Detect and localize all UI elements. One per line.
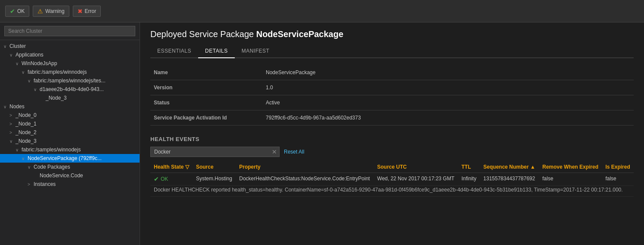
health-remove-cell: false [539, 173, 602, 186]
health-ok-icon: ✔ [154, 176, 159, 182]
health-filter-row: ✕ Reset All [150, 147, 634, 157]
tree-arrow: > [9, 113, 16, 118]
sidebar: ∨Cluster∨Applications∨WinNodeJsApp∨fabri… [0, 22, 140, 245]
tree-item-d1aeee2b[interactable]: ∨d1aeee2b-4d4b-4de0-943... [0, 85, 140, 94]
tree-item-nodeservice-code[interactable]: NodeService.Code [0, 171, 140, 180]
health-seq-cell: 131557834437787692 [480, 173, 539, 186]
search-input[interactable] [4, 26, 135, 36]
info-label: Status [150, 95, 262, 110]
page-title-prefix: Deployed Service Package [150, 29, 254, 39]
tree-label: d1aeee2b-4d4b-4de0-943... [40, 86, 140, 92]
health-col-is-expired: Is Expired [602, 161, 634, 173]
ok-icon: ✔ [10, 8, 15, 15]
warning-button[interactable]: ⚠ Warning [33, 6, 69, 17]
ok-button[interactable]: ✔ OK [5, 6, 29, 17]
tree-arrow: ∨ [3, 104, 9, 109]
info-row: Service Package Activation Id792ff9c6-d5… [150, 110, 634, 126]
tree-arrow: > [9, 130, 16, 135]
tree-item-applications[interactable]: ∨Applications [0, 50, 140, 59]
filter-clear-icon[interactable]: ✕ [272, 148, 277, 155]
tree-label: WinNodeJsApp [22, 60, 140, 66]
tree-label: NodeService.Code [40, 173, 140, 179]
tree-item-fabric-node3[interactable]: ∨fabric:/samples/winnodejs [0, 145, 140, 154]
ok-label: OK [17, 8, 25, 14]
health-property-cell: DockerHealthCheckStatus:NodeService.Code… [236, 173, 373, 186]
error-button[interactable]: ✖ Error [73, 6, 101, 17]
tree-item-cluster[interactable]: ∨Cluster [0, 42, 140, 50]
health-table-header-row: Health State ▽SourcePropertySource UTCTT… [150, 161, 634, 173]
health-events-title: HEALTH EVENTS [150, 136, 634, 142]
tree-item-winnodejsapp[interactable]: ∨WinNodeJsApp [0, 59, 140, 68]
content-area: Deployed Service Package NodeServicePack… [140, 22, 644, 245]
health-table: Health State ▽SourcePropertySource UTCTT… [150, 161, 634, 197]
error-label: Error [85, 8, 96, 14]
warning-icon: ⚠ [37, 8, 43, 15]
info-row: StatusActive [150, 95, 634, 110]
tree-label: fabric:/samples/winnodejs [22, 147, 140, 153]
details-section: NameNodeServicePackageVersion1.0StatusAc… [140, 58, 644, 204]
health-utc-cell: Wed, 22 Nov 2017 00:17:23 GMT [374, 173, 458, 186]
info-label: Version [150, 80, 262, 95]
tree-item-nodeservicepackage[interactable]: ∨NodeServicePackage (792ff9c... [0, 154, 140, 163]
info-value: NodeServicePackage [262, 65, 634, 80]
tree-arrow: > [28, 182, 34, 187]
tree-label: _Node_2 [16, 129, 140, 135]
tree-arrow: ∨ [3, 44, 9, 49]
search-bar [0, 22, 140, 40]
tree: ∨Cluster∨Applications∨WinNodeJsApp∨fabri… [0, 40, 140, 245]
health-col-property: Property [236, 161, 373, 173]
info-table: NameNodeServicePackageVersion1.0StatusAc… [150, 65, 634, 126]
tree-item-node0[interactable]: >_Node_0 [0, 111, 140, 119]
tree-arrow: ∨ [34, 87, 40, 92]
tab-essentials[interactable]: ESSENTIALS [150, 44, 198, 58]
tree-item-node3-leaf[interactable]: _Node_3 [0, 94, 140, 102]
health-ttl-cell: Infinity [458, 173, 480, 186]
tree-item-instances[interactable]: >Instances [0, 180, 140, 188]
health-col-sequence-number[interactable]: Sequence Number ▲ [480, 161, 539, 173]
health-table-row: ✔OK System.Hosting DockerHealthCheckStat… [150, 173, 634, 186]
health-description-cell: Docker HEALTHCHECK reported health_statu… [150, 185, 634, 196]
tree-label: Instances [34, 181, 140, 187]
health-source-cell: System.Hosting [193, 173, 236, 186]
tab-manifest[interactable]: MANIFEST [235, 44, 277, 58]
tree-item-nodes[interactable]: ∨Nodes [0, 102, 140, 111]
page-title-name: NodeServicePackage [256, 29, 343, 39]
tree-label: _Node_1 [16, 121, 140, 127]
tree-item-fabric-samples-winnodejs-tes[interactable]: ∨fabric:/samples/winnodejs/tes... [0, 76, 140, 85]
health-expired-cell: false [602, 173, 634, 186]
tab-details[interactable]: DETAILS [198, 44, 235, 58]
tree-label: _Node_3 [16, 138, 140, 144]
tree-label: Applications [16, 52, 140, 58]
info-value: 792ff9c6-d5cc-4d9b-967a-aa5d602ed373 [262, 110, 634, 126]
tree-item-node2[interactable]: >_Node_2 [0, 128, 140, 137]
reset-all-button[interactable]: Reset All [284, 149, 304, 155]
error-icon: ✖ [78, 8, 83, 15]
tree-arrow: ∨ [9, 139, 16, 144]
tree-label: fabric:/samples/winnodejs [28, 69, 140, 75]
health-state-label: OK [161, 176, 168, 182]
info-label: Name [150, 65, 262, 80]
tree-label: Cluster [9, 43, 140, 49]
info-row: NameNodeServicePackage [150, 65, 634, 80]
tree-item-code-packages[interactable]: ∨Code Packages [0, 163, 140, 171]
tree-arrow: ∨ [16, 148, 22, 152]
tree-label: fabric:/samples/winnodejs/tes... [34, 78, 140, 84]
health-col-source-utc: Source UTC [374, 161, 458, 173]
tabs: ESSENTIALSDETAILSMANIFEST [150, 44, 634, 58]
tree-item-node3[interactable]: ∨_Node_3 [0, 137, 140, 145]
health-filter-input[interactable] [150, 147, 280, 157]
info-value: Active [262, 95, 634, 110]
tree-item-node1[interactable]: >_Node_1 [0, 119, 140, 128]
tree-arrow: ∨ [22, 70, 28, 75]
info-value: 1.0 [262, 80, 634, 95]
health-col-remove-when-expired: Remove When Expired [539, 161, 602, 173]
tree-item-fabric-samples-winnodejs[interactable]: ∨fabric:/samples/winnodejs [0, 68, 140, 76]
page-header: Deployed Service Package NodeServicePack… [140, 22, 644, 58]
info-row: Version1.0 [150, 80, 634, 95]
tree-label: Code Packages [34, 164, 140, 170]
info-label: Service Package Activation Id [150, 110, 262, 126]
health-state-cell: ✔OK [150, 173, 193, 185]
tree-arrow: ∨ [28, 165, 34, 170]
tree-label: _Node_0 [16, 112, 140, 118]
health-col-health-state[interactable]: Health State ▽ [150, 161, 193, 173]
